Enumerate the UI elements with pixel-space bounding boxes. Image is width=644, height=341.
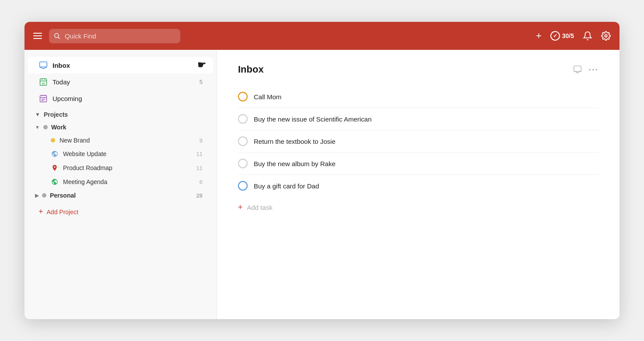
inbox-label: Inbox — [52, 62, 70, 69]
svg-rect-9 — [40, 95, 47, 102]
personal-label: Personal — [50, 192, 76, 199]
meeting-agenda-icon — [51, 178, 59, 186]
sidebar-item-today[interactable]: 28 Today 5 — [28, 73, 213, 90]
sidebar-item-new-brand[interactable]: New Brand 9 — [28, 134, 213, 147]
task-text-5: Buy a gift card for Dad — [254, 182, 319, 190]
svg-rect-15 — [574, 66, 581, 72]
table-row[interactable]: Call Mom — [238, 86, 598, 108]
table-row[interactable]: Buy the new issue of Scientific American — [238, 108, 598, 130]
meeting-agenda-label: Meeting Agenda — [63, 178, 107, 185]
add-task-label: Add task — [247, 204, 273, 211]
table-row[interactable]: Buy the new album by Rake — [238, 153, 598, 175]
work-label: Work — [51, 124, 66, 131]
task-circle-3[interactable] — [238, 136, 248, 146]
add-project-button[interactable]: + Add Project — [28, 204, 213, 220]
projects-chevron: ▼ — [35, 111, 40, 118]
today-count: 5 — [200, 79, 203, 85]
work-chevron: ▼ — [35, 125, 40, 130]
sidebar-item-inbox[interactable]: Inbox 5 ☛ — [28, 57, 213, 73]
karma-badge: 30/5 — [550, 31, 574, 41]
dots-icon: ··· — [588, 65, 598, 75]
task-text-3: Return the textbook to Josie — [254, 138, 336, 145]
search-icon — [53, 32, 60, 39]
website-update-count: 11 — [196, 151, 203, 157]
search-input[interactable] — [49, 29, 180, 43]
task-list: Call Mom Buy the new issue of Scientific… — [238, 86, 598, 197]
inbox-icon — [38, 60, 48, 70]
website-update-icon — [51, 150, 59, 158]
upcoming-icon — [38, 94, 48, 103]
add-task-plus: + — [238, 203, 243, 212]
website-update-label: Website Update — [63, 150, 106, 157]
karma-label: 30/5 — [562, 32, 574, 39]
personal-group-header[interactable]: ▶ Personal 28 — [28, 189, 213, 202]
sidebar-item-upcoming[interactable]: Upcoming — [28, 90, 213, 107]
page-title: Inbox — [238, 64, 264, 75]
table-row[interactable]: Buy a gift card for Dad — [238, 175, 598, 197]
product-roadmap-count: 11 — [196, 165, 203, 171]
more-options-button[interactable]: ··· — [588, 65, 598, 75]
header-right: + 30/5 — [536, 30, 611, 42]
task-circle-5[interactable] — [238, 181, 248, 191]
header: + 30/5 — [24, 22, 620, 50]
menu-icon[interactable] — [33, 33, 42, 39]
karma-icon — [550, 31, 560, 41]
personal-dot — [42, 193, 46, 198]
svg-point-2 — [605, 35, 607, 37]
svg-rect-3 — [40, 62, 47, 67]
sidebar: Inbox 5 ☛ 28 Today 5 Upcoming — [24, 50, 217, 319]
sidebar-item-meeting-agenda[interactable]: Meeting Agenda 6 — [28, 175, 213, 189]
task-text-1: Call Mom — [254, 93, 281, 101]
task-text-4: Buy the new album by Rake — [254, 160, 336, 167]
svg-point-0 — [55, 34, 59, 38]
sidebar-item-website-update[interactable]: Website Update 11 — [28, 147, 213, 161]
app-window: + 30/5 Inbox 5 — [24, 22, 620, 319]
add-button[interactable]: + — [536, 30, 542, 42]
add-project-label: Add Project — [47, 209, 78, 216]
main-header: Inbox ··· — [238, 64, 598, 75]
comment-icon — [573, 65, 582, 74]
task-circle-1[interactable] — [238, 92, 248, 101]
header-actions: ··· — [573, 65, 598, 75]
today-label: Today — [52, 78, 70, 86]
add-project-plus: + — [38, 207, 43, 216]
settings-button[interactable] — [601, 31, 611, 41]
new-brand-dot — [51, 138, 55, 143]
today-icon: 28 — [38, 77, 48, 87]
personal-chevron: ▶ — [35, 193, 38, 198]
task-text-2: Buy the new issue of Scientific American — [254, 115, 371, 123]
projects-header[interactable]: ▼ Projects — [24, 107, 217, 121]
svg-text:28: 28 — [42, 82, 45, 85]
bell-icon — [583, 31, 592, 41]
plus-icon: + — [536, 30, 542, 42]
comment-icon-button[interactable] — [573, 65, 582, 74]
cursor-hand: ☛ — [197, 59, 206, 71]
table-row[interactable]: Return the textbook to Josie — [238, 130, 598, 153]
product-roadmap-label: Product Roadmap — [63, 164, 112, 171]
product-roadmap-icon — [51, 164, 59, 172]
upcoming-label: Upcoming — [52, 95, 82, 102]
new-brand-label: New Brand — [60, 137, 90, 144]
task-circle-2[interactable] — [238, 114, 248, 124]
add-task-button[interactable]: + Add task — [238, 197, 598, 218]
notifications-button[interactable] — [583, 31, 592, 41]
work-dot — [43, 125, 48, 129]
body: Inbox 5 ☛ 28 Today 5 Upcoming — [24, 50, 620, 319]
task-circle-4[interactable] — [238, 159, 248, 168]
projects-label: Projects — [44, 111, 68, 118]
search-wrapper — [49, 29, 180, 43]
gear-icon — [601, 31, 611, 41]
main-content: Inbox ··· Call Mom — [217, 50, 620, 319]
new-brand-count: 9 — [200, 137, 203, 144]
svg-line-1 — [58, 37, 60, 39]
personal-count: 28 — [196, 192, 203, 199]
meeting-agenda-count: 6 — [200, 179, 203, 185]
work-group-header[interactable]: ▼ Work — [28, 121, 213, 134]
sidebar-item-product-roadmap[interactable]: Product Roadmap 11 — [28, 161, 213, 175]
